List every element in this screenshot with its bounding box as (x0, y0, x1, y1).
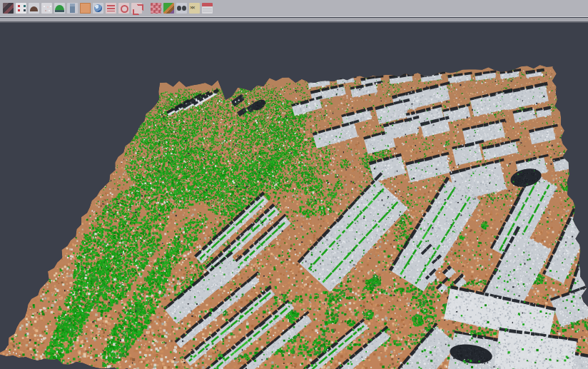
column-slice-button[interactable] (66, 2, 78, 14)
extent-frame-icon (131, 3, 142, 14)
image-overlay-icon (3, 3, 14, 14)
target-ring-button[interactable] (118, 2, 130, 14)
application-window: { "window": { "background": "#3c404b" },… (0, 0, 588, 369)
point-cloud-3d-viewport[interactable] (0, 0, 588, 369)
extent-frame-button[interactable] (131, 2, 143, 14)
canopy-surface-button[interactable] (54, 2, 66, 14)
table-header-icon (202, 3, 213, 14)
point-markers-icon (16, 3, 26, 14)
classification-palette-button[interactable] (163, 2, 175, 14)
measure-marks-button[interactable] (188, 2, 201, 14)
globe-icon (93, 3, 103, 14)
column-slice-icon (67, 3, 78, 14)
binoculars-icon (176, 3, 187, 14)
canopy-surface-icon (54, 3, 65, 14)
table-header-button[interactable] (201, 2, 213, 14)
list-button[interactable] (105, 2, 117, 14)
bare-earth-icon (29, 3, 39, 14)
target-ring-icon (118, 3, 129, 14)
list-icon (106, 3, 116, 14)
globe-button[interactable] (92, 2, 104, 14)
measure-marks-icon (189, 3, 200, 14)
binoculars-button[interactable] (176, 2, 188, 14)
classification-palette-icon (163, 3, 174, 14)
toolbar-separator (0, 18, 588, 23)
main-toolbar (0, 0, 588, 17)
image-overlay-button[interactable] (2, 2, 14, 14)
point-markers-button[interactable] (15, 2, 27, 14)
checker-pattern-icon (151, 3, 161, 14)
orange-fill-button[interactable] (79, 2, 91, 14)
sparse-points-button[interactable] (41, 2, 53, 14)
checker-pattern-button[interactable] (150, 2, 162, 14)
orange-fill-icon (80, 3, 91, 14)
sparse-points-icon (41, 3, 52, 14)
bare-earth-button[interactable] (28, 2, 40, 14)
